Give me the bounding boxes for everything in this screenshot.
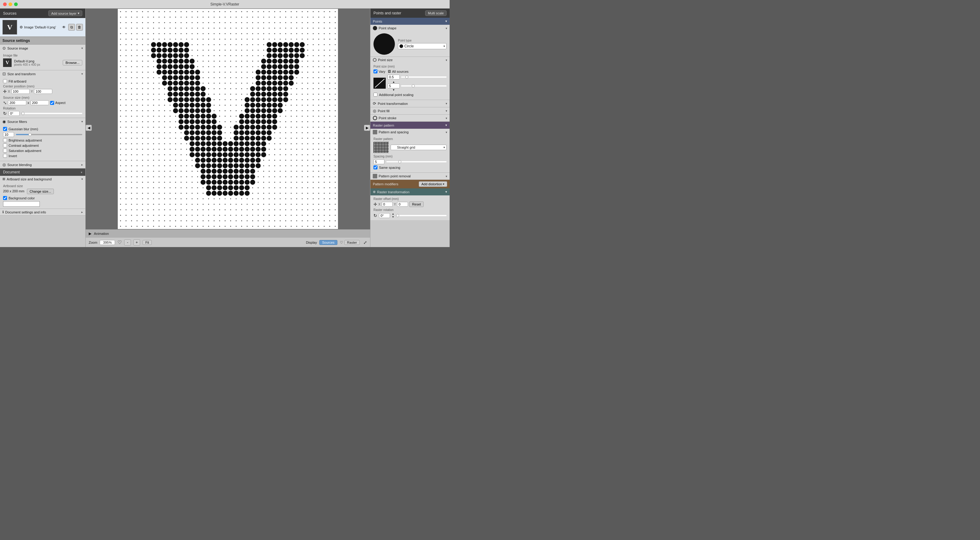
source-image-header[interactable]: ⊙ Source image ▾ <box>0 44 85 52</box>
raster-rotation-slider[interactable] <box>396 215 447 216</box>
x-position-input[interactable] <box>11 89 30 94</box>
svg-point-2576 <box>258 193 259 194</box>
spacing-slider[interactable] <box>386 161 447 162</box>
svg-point-2308 <box>148 143 149 145</box>
point-fill-header[interactable]: ◎ Point fill ▾ <box>371 107 450 114</box>
contrast-checkbox[interactable] <box>3 143 7 148</box>
svg-point-2067 <box>307 88 308 89</box>
sources-view-button[interactable]: Sources <box>319 240 337 245</box>
max-size-slider[interactable] <box>401 85 447 87</box>
pattern-point-removal-header[interactable]: Pattern point removal ▾ <box>371 173 450 179</box>
close-button[interactable] <box>3 2 7 6</box>
svg-point-2453 <box>263 171 264 172</box>
doc-settings-header[interactable]: ℹ Document settings and info ▸ <box>0 209 85 215</box>
pattern-spacing-header[interactable]: Pattern and spacing ▾ <box>371 129 450 135</box>
rotation-down-arrow[interactable]: ▼ <box>392 216 394 218</box>
same-spacing-checkbox[interactable] <box>374 165 377 169</box>
artboard-header[interactable]: ⊞ Artboard size and background ▾ <box>0 176 85 182</box>
aspect-checkbox[interactable] <box>50 101 54 105</box>
change-size-button[interactable]: Change size... <box>27 189 54 194</box>
size-transform-header[interactable]: ⊡ Size and transform ▾ <box>0 70 85 77</box>
svg-point-2184 <box>170 116 171 117</box>
gaussian-blur-input[interactable] <box>3 132 14 137</box>
min-size-slider[interactable] <box>401 76 447 78</box>
point-fill-subsection: ◎ Point fill ▾ <box>371 107 450 115</box>
add-distortion-button[interactable]: Add distortion ▾ <box>419 181 447 187</box>
zoom-out-button[interactable]: - <box>124 240 131 246</box>
add-source-button[interactable]: Add source layer ▾ <box>48 10 82 16</box>
browse-button[interactable]: Browse... <box>63 60 82 65</box>
raster-y-input[interactable] <box>397 202 408 207</box>
svg-point-2828 <box>324 226 325 227</box>
svg-point-862 <box>234 125 239 130</box>
additional-scaling-checkbox[interactable] <box>374 93 377 97</box>
gaussian-blur-checkbox[interactable] <box>3 127 7 131</box>
min-size-input[interactable] <box>388 75 400 79</box>
animation-play-icon[interactable]: ▶ <box>89 232 91 236</box>
svg-point-1641 <box>120 17 121 18</box>
max-size-input[interactable] <box>388 84 400 88</box>
raster-pattern-select[interactable]: Straight grid ▾ <box>391 145 447 150</box>
point-transformation-header[interactable]: ⟳ Point transformation ▾ <box>371 100 450 107</box>
rotation-slider[interactable] <box>21 113 82 114</box>
svg-point-1623 <box>241 11 242 12</box>
svg-point-2299 <box>318 138 319 139</box>
fullscreen-button[interactable] <box>14 2 18 6</box>
height-input[interactable] <box>30 100 49 105</box>
source-blending-header[interactable]: ◎ Source blending ▸ <box>0 161 85 168</box>
svg-point-2727 <box>208 215 209 216</box>
rotation-up-arrow[interactable]: ▲ <box>392 213 394 215</box>
spacing-input[interactable] <box>374 159 385 164</box>
svg-point-2326 <box>324 143 325 145</box>
raster-reset-button[interactable]: Reset <box>409 202 424 207</box>
svg-point-774 <box>189 114 195 119</box>
fit-button[interactable]: Fit <box>143 240 152 245</box>
svg-point-2352 <box>324 149 325 150</box>
svg-point-1182 <box>234 169 239 174</box>
svg-point-1721 <box>120 28 121 29</box>
point-shape-header[interactable]: Point shape ▾ <box>371 25 450 32</box>
invert-checkbox[interactable] <box>3 154 7 158</box>
svg-point-2456 <box>280 171 281 172</box>
saturation-checkbox[interactable] <box>3 149 7 152</box>
svg-point-2461 <box>307 171 308 172</box>
multi-scale-button[interactable]: Multi scale <box>425 10 447 16</box>
raster-rotation-input[interactable] <box>379 213 390 218</box>
favorite-button[interactable]: ♡ <box>118 240 122 245</box>
minimize-button[interactable] <box>9 2 12 6</box>
source-filters-header[interactable]: ◉ Source filters ▾ <box>0 118 85 125</box>
svg-point-2492 <box>313 176 314 177</box>
fill-artboard-checkbox[interactable] <box>3 79 7 83</box>
svg-point-1870 <box>137 50 138 51</box>
svg-point-2428 <box>291 165 292 166</box>
svg-point-348 <box>267 53 272 59</box>
point-size-header[interactable]: Point size ▾ <box>371 57 450 63</box>
background-color-swatch[interactable] <box>3 201 40 207</box>
point-stroke-header[interactable]: Point stroke ▾ <box>371 115 450 121</box>
svg-point-2024 <box>137 83 138 84</box>
source-delete-button[interactable]: 🗑 <box>76 24 83 30</box>
size-up-arrow[interactable]: ▲ <box>393 80 395 84</box>
gaussian-blur-slider[interactable] <box>16 134 82 135</box>
rotation-input[interactable] <box>9 111 19 116</box>
svg-point-2030 <box>208 83 209 84</box>
fullscreen-button[interactable]: ⤢ <box>363 240 367 245</box>
raster-view-button[interactable]: Raster <box>344 240 360 245</box>
source-eye-icon[interactable]: 👁 <box>62 25 66 29</box>
y-position-input[interactable] <box>34 89 52 94</box>
width-input[interactable] <box>8 100 26 105</box>
svg-point-2305 <box>131 143 132 145</box>
brightness-checkbox[interactable] <box>3 138 7 142</box>
vary-checkbox[interactable] <box>374 70 377 73</box>
right-nav-arrow[interactable]: ▶ <box>364 125 370 131</box>
svg-point-2806 <box>203 226 204 227</box>
point-type-select[interactable]: Circle ▾ <box>398 43 447 49</box>
svg-point-1915 <box>318 56 319 56</box>
raster-x-input[interactable] <box>382 202 393 207</box>
left-nav-arrow[interactable]: ◀ <box>86 125 92 131</box>
zoom-in-button[interactable]: + <box>134 240 140 246</box>
source-duplicate-button[interactable]: ⧉ <box>68 24 75 30</box>
size-down-arrow[interactable]: ▼ <box>393 88 395 91</box>
svg-point-2395 <box>263 160 264 161</box>
background-color-checkbox[interactable] <box>3 196 7 200</box>
